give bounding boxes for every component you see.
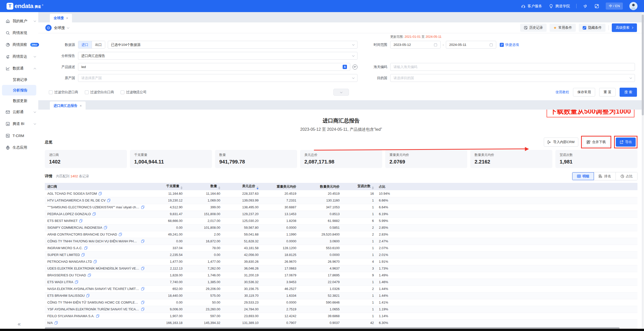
importer-name[interactable]: PETROCHAD MANGARA LTD — [47, 260, 92, 263]
chevron-down-icon[interactable] — [67, 26, 69, 29]
translate-icon[interactable]: A — [343, 65, 347, 69]
import-crm-button[interactable]: 导入内部CRM — [544, 138, 578, 147]
table-row[interactable]: INGRAM MICRO S.A.C.337.0478.0043,181.581… — [45, 245, 637, 251]
copy-icon[interactable] — [93, 212, 96, 216]
table-row[interactable]: N/A166,163.18145,394.32131,389.100.79070… — [45, 319, 637, 326]
table-row[interactable]: SUPER NET LIMITED2,235.540.0042,056.0018… — [45, 251, 637, 258]
importer-name[interactable]: ETS BRAHIM SALISSOU — [47, 294, 85, 297]
date-from-picker[interactable]: 2023-05-12 — [390, 41, 441, 49]
importer-name[interactable]: PEDRAJA LOPEZ GONZALO — [47, 212, 91, 216]
copy-icon[interactable] — [96, 314, 99, 318]
import-toggle[interactable]: 进口 — [78, 41, 92, 48]
date-to-picker[interactable]: 2024-05-11 — [446, 41, 496, 49]
copy-icon[interactable] — [141, 206, 144, 209]
copy-icon[interactable] — [94, 260, 97, 263]
column-header-3[interactable]: 美元总价 — [223, 183, 261, 190]
importer-name[interactable]: YSF AYDINLATMA ELEKTRONİK TURİZM SANAYİ … — [47, 307, 139, 311]
checkbox-filter-blank-exporter[interactable]: 过滤空白出口商 — [85, 90, 114, 94]
merge-download-button[interactable]: 合并下载 — [583, 138, 610, 147]
copy-icon[interactable] — [75, 280, 78, 284]
importer-name[interactable]: ARAB CONTRACTORS BRANCHE DU TCHAD — [47, 233, 117, 236]
checkbox-filter-blank-importer[interactable]: 过滤空白进口商 — [49, 90, 78, 94]
table-row[interactable]: ETS BEST MARKET68,666.002,017.00125,030.… — [45, 217, 637, 224]
sort-icon[interactable] — [257, 186, 259, 189]
tab-close-icon[interactable]: × — [80, 104, 82, 108]
view-toggle-share[interactable]: 占比 — [616, 172, 637, 180]
history-button[interactable]: 历史记录 — [520, 24, 547, 32]
report-type-select[interactable]: 进口商汇总报告 — [78, 52, 357, 60]
table-row[interactable]: NASA ELEKTRİK AYDINLATMA SANAYİ VE TİCAR… — [45, 285, 637, 292]
destination-select[interactable]: 请选择目的国 — [390, 74, 635, 82]
sidebar-item-radar[interactable]: 商情雷达 — [0, 51, 38, 62]
importer-name[interactable]: BRASSERIES DU TCHAD — [47, 273, 86, 277]
advanced-search-button[interactable]: 高级搜索 — [612, 23, 637, 32]
copy-icon[interactable] — [141, 287, 144, 290]
importer-name[interactable]: NASA ELEKTRİK AYDINLATMA SANAYİ VE TİCAR… — [47, 287, 139, 291]
importer-name[interactable]: ETS BEST MARKET — [47, 219, 78, 223]
table-row[interactable]: PETROCHAD MANGARA LTD1,477.001,477.0039,… — [45, 258, 637, 265]
export-toggle[interactable]: 出口 — [92, 41, 105, 48]
copy-icon[interactable] — [88, 274, 91, 277]
favorite-conditions-button[interactable]: ★ 常用条件 — [550, 24, 576, 32]
sidebar-item-discovery[interactable]: 商情发现 — [0, 27, 38, 39]
table-row[interactable]: HTV LATINOAMERICA S DE RL DE CV19,230.12… — [45, 197, 637, 204]
sort-icon[interactable] — [218, 186, 220, 189]
table-row[interactable]: CÔNG TY TNHH THƯƠNG MẠI DỊCH VỤ ĐIỆN MẠN… — [45, 238, 637, 245]
form-collapse-button[interactable] — [333, 89, 349, 96]
table-row[interactable]: FEILO SYLVANIA PANAMA S.A.1,907.00597.00… — [45, 313, 637, 319]
sort-icon[interactable] — [372, 186, 374, 189]
importer-name[interactable]: AGL TCHAD P/C SOGEA SATOM — [47, 192, 97, 195]
sidebar-item-tendata-bi[interactable]: BI腾道 BI — [0, 118, 38, 130]
copy-icon[interactable] — [107, 199, 110, 202]
column-header-1[interactable]: 千克重量 — [147, 183, 185, 190]
sidebar-item-insight[interactable]: 商情洞察PRO — [0, 39, 38, 51]
data-source-select[interactable]: 已选中104个数据源 — [108, 41, 357, 49]
language-toggle[interactable]: 中 / EN — [606, 3, 623, 10]
importer-name[interactable]: FEILO SYLVANIA PANAMA S.A. — [47, 314, 94, 318]
hide-conditions-button[interactable]: 隐藏条件 — [579, 24, 605, 32]
table-row[interactable]: SIGNIFY COMMERCIAL INDONESIA0.00101,808.… — [45, 224, 637, 231]
export-button[interactable]: 导出 — [616, 138, 636, 147]
copy-icon[interactable] — [55, 321, 58, 324]
view-toggle-ranking[interactable]: 排名 — [594, 172, 616, 180]
checkbox-filter-logistics[interactable]: 过滤物流公司 — [121, 90, 147, 94]
table-row[interactable]: ARAB CONTRACTORS BRANCHE DU TCHAD49,241.… — [45, 231, 637, 238]
table-row[interactable]: ETS WADI LITRA7,740.001,385.0030,536.323… — [45, 279, 637, 285]
tendata-logo[interactable]: T endata 腾道 ® — [7, 3, 43, 10]
column-header-2[interactable]: 数量 — [185, 183, 223, 190]
product-desc-input[interactable] — [81, 65, 343, 69]
table-row[interactable]: YSF AYDINLATMA ELEKTRONİK TURİZM SANAYİ … — [45, 306, 637, 313]
tab-importer-summary-report[interactable]: 进口商汇总报告 × — [50, 102, 86, 110]
tab-global-search[interactable]: 全球搜 × — [50, 14, 72, 22]
copy-icon[interactable] — [82, 253, 85, 256]
table-row[interactable]: UDES ELEKTRİK ELEKTRONİK MÜHENDİSLİK SAN… — [45, 265, 637, 272]
customer-service-link[interactable]: 客户服务 — [521, 4, 542, 9]
importer-name[interactable]: ETS WADI LITRA — [47, 280, 73, 284]
sidebar-item-cloud-mail[interactable]: 云邮通 — [0, 106, 38, 118]
academy-link[interactable]: 腾道学院 — [549, 4, 570, 9]
copy-icon[interactable] — [99, 192, 102, 195]
vertical-scrollbar-thumb[interactable] — [642, 15, 644, 115]
sidebar-item-my-account[interactable]: 我的账户 — [0, 15, 38, 27]
sidebar-item-analysis-report[interactable]: 分析报告 — [2, 85, 36, 95]
importer-name[interactable]: CÔNG TY TNHH THƯƠNG MẠI DỊCH VỤ ĐIỆN MẠN… — [47, 239, 139, 243]
tab-close-icon[interactable]: × — [66, 16, 68, 20]
view-toggle-detail[interactable]: 明细 — [572, 172, 594, 180]
table-row[interactable]: AGL TCHAD P/C SOGEA SATOM11,164.6011,164… — [45, 190, 637, 197]
user-avatar[interactable] — [629, 2, 637, 10]
copy-icon[interactable] — [141, 240, 144, 243]
importer-name[interactable]: INGRAM MICRO S.A.C. — [47, 246, 83, 250]
importer-name[interactable]: UDES ELEKTRİK ELEKTRONİK MÜHENDİSLİK SAN… — [47, 267, 139, 270]
copy-icon[interactable] — [141, 267, 144, 270]
importer-name[interactable]: HTV LATINOAMERICA S DE RL DE CV — [47, 198, 105, 202]
quick-options-link[interactable]: 快捷选项 — [500, 43, 519, 47]
table-row[interactable]: PEDRAJA LOPEZ GONZALO9,831.47151,808.001… — [45, 211, 637, 217]
column-header-6[interactable]: 贸易次数 — [342, 183, 376, 190]
importer-name[interactable]: N/A — [47, 321, 53, 325]
sort-icon[interactable] — [181, 186, 183, 189]
sidebar-item-t-crm[interactable]: T-CRM — [0, 130, 38, 142]
copy-icon[interactable] — [104, 226, 107, 229]
hs-code-input[interactable] — [393, 65, 632, 69]
sidebar-item-trade-records[interactable]: 贸易记录 — [0, 74, 38, 85]
tutorial-link[interactable]: 使用教程 — [555, 90, 569, 94]
